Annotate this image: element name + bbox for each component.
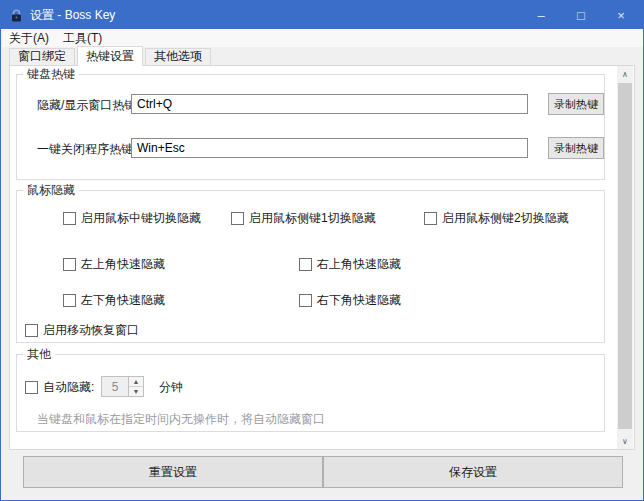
checkbox-box [299,258,312,271]
checkbox-label: 左上角快速隐藏 [81,256,165,273]
hotkey-settings-page: 键盘热键 隐藏/显示窗口热键: 录制热键 一键关闭程序热键: 录制热键 鼠标隐藏… [9,65,635,450]
menu-item-about[interactable]: 关于(A) [2,29,56,47]
checkbox-auto-hide[interactable]: 自动隐藏: [25,379,94,396]
mouse-group-title: 鼠标隐藏 [23,183,79,197]
keyboard-hotkey-group: 键盘热键 隐藏/显示窗口热键: 录制热键 一键关闭程序热键: 录制热键 [16,74,605,180]
checkbox-label: 右下角快速隐藏 [317,292,401,309]
checkbox-box [63,212,76,225]
checkbox-box [63,258,76,271]
settings-window: 设置 - Boss Key – □ × 关于(A) 工具(T) 窗口绑定 热键设… [0,0,644,501]
minimize-icon[interactable]: – [521,1,561,29]
checkbox-side-button-1-toggle[interactable]: 启用鼠标侧键1切换隐藏 [231,210,376,227]
scrollbar-up-icon[interactable]: ∧ [617,66,633,82]
checkbox-box [63,294,76,307]
spinner-buttons: ▲ ▼ [129,376,144,397]
title-bar[interactable]: 设置 - Boss Key – □ × [1,1,643,29]
spinner-up-icon[interactable]: ▲ [129,377,143,386]
checkbox-top-left-quick-hide[interactable]: 左上角快速隐藏 [63,256,165,273]
spinner-down-icon[interactable]: ▼ [129,386,143,396]
checkbox-side-button-2-toggle[interactable]: 启用鼠标侧键2切换隐藏 [424,210,569,227]
checkbox-label: 右上角快速隐藏 [317,256,401,273]
maximize-icon[interactable]: □ [561,1,601,29]
checkbox-box [424,212,437,225]
keyboard-group-title: 键盘热键 [23,67,79,81]
record-hotkey-button-2[interactable]: 录制热键 [548,137,604,159]
tab-strip: 窗口绑定 热键设置 其他选项 [9,46,211,65]
record-hotkey-button-1[interactable]: 录制热键 [548,93,604,115]
minutes-input[interactable] [101,376,129,397]
other-group: 其他 自动隐藏: ▲ ▼ 分钟 当键盘和鼠标在指定时间内无操作时，将自动隐藏窗口 [16,354,605,432]
menu-bar: 关于(A) 工具(T) [2,29,643,47]
checkbox-top-right-quick-hide[interactable]: 右上角快速隐藏 [299,256,401,273]
tab-hotkey-settings[interactable]: 热键设置 [77,46,143,66]
auto-hide-minutes-stepper: ▲ ▼ [101,376,144,397]
checkbox-label: 启用鼠标侧键1切换隐藏 [249,210,376,227]
save-settings-button[interactable]: 保存设置 [323,456,623,488]
checkbox-label: 左下角快速隐藏 [81,292,165,309]
close-program-hotkey-input[interactable] [131,138,528,158]
menu-item-tools[interactable]: 工具(T) [56,29,109,47]
close-icon[interactable]: × [601,1,641,29]
checkbox-box [25,324,38,337]
checkbox-box [25,381,38,394]
window-title: 设置 - Boss Key [30,7,115,24]
mouse-hide-group: 鼠标隐藏 启用鼠标中键切换隐藏 启用鼠标侧键1切换隐藏 启用鼠标侧键2切换隐藏 … [16,190,605,343]
hide-show-hotkey-input[interactable] [131,94,528,114]
tab-other-options[interactable]: 其他选项 [145,48,211,65]
reset-settings-button[interactable]: 重置设置 [23,456,323,488]
checkbox-bottom-right-quick-hide[interactable]: 右下角快速隐藏 [299,292,401,309]
other-group-title: 其他 [23,347,55,361]
minutes-unit-label: 分钟 [159,380,183,394]
scrollbar-down-icon[interactable]: ∨ [617,433,633,449]
lock-icon [10,9,23,22]
close-program-hotkey-label: 一键关闭程序热键: [37,142,136,156]
checkbox-move-restore-window[interactable]: 启用移动恢复窗口 [25,322,139,339]
hide-show-hotkey-label: 隐藏/显示窗口热键: [37,98,140,112]
checkbox-label: 自动隐藏: [43,379,94,396]
checkbox-bottom-left-quick-hide[interactable]: 左下角快速隐藏 [63,292,165,309]
auto-hide-hint-text: 当键盘和鼠标在指定时间内无操作时，将自动隐藏窗口 [37,411,325,428]
checkbox-middle-button-toggle[interactable]: 启用鼠标中键切换隐藏 [63,210,201,227]
checkbox-box [231,212,244,225]
checkbox-label: 启用鼠标侧键2切换隐藏 [442,210,569,227]
window-controls: – □ × [521,1,641,29]
scrollbar-thumb[interactable] [618,83,632,429]
tab-window-binding[interactable]: 窗口绑定 [9,48,75,65]
checkbox-label: 启用鼠标中键切换隐藏 [81,210,201,227]
page-scrollbar[interactable]: ∧ ∨ [617,66,633,449]
checkbox-label: 启用移动恢复窗口 [43,322,139,339]
checkbox-box [299,294,312,307]
